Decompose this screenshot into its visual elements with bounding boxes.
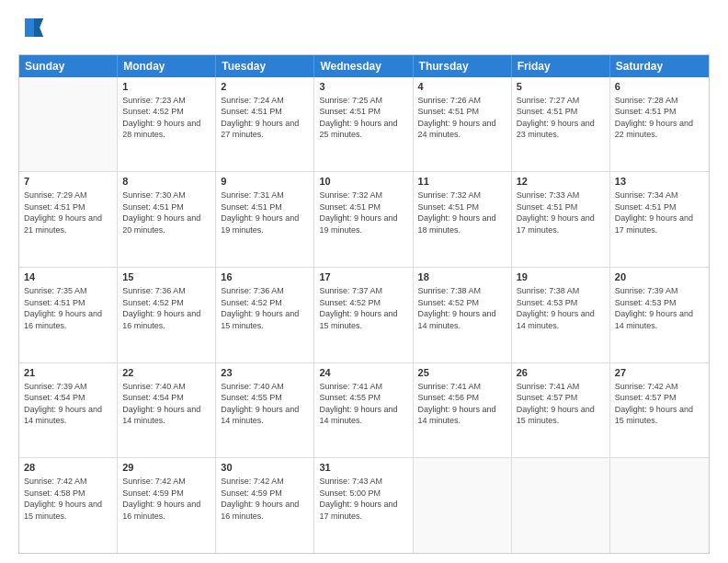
day-info: Sunrise: 7:43 AMSunset: 5:00 PMDaylight:… [319, 476, 407, 522]
day-info: Sunrise: 7:32 AMSunset: 4:51 PMDaylight:… [319, 190, 407, 236]
cal-cell: 10Sunrise: 7:32 AMSunset: 4:51 PMDayligh… [314, 172, 413, 267]
cal-cell: 24Sunrise: 7:41 AMSunset: 4:55 PMDayligh… [314, 363, 413, 458]
cal-cell: 19Sunrise: 7:38 AMSunset: 4:53 PMDayligh… [512, 268, 610, 362]
day-number: 8 [122, 175, 210, 189]
logo-flag-icon [21, 15, 47, 40]
cal-week-5: 28Sunrise: 7:42 AMSunset: 4:58 PMDayligh… [19, 457, 709, 553]
day-number: 25 [418, 366, 506, 380]
day-info: Sunrise: 7:41 AMSunset: 4:56 PMDaylight:… [418, 381, 506, 427]
day-info: Sunrise: 7:41 AMSunset: 4:57 PMDaylight:… [517, 381, 605, 427]
cal-cell: 15Sunrise: 7:36 AMSunset: 4:52 PMDayligh… [118, 268, 216, 362]
cal-cell: 8Sunrise: 7:30 AMSunset: 4:51 PMDaylight… [118, 172, 216, 267]
calendar-header-row: SundayMondayTuesdayWednesdayThursdayFrid… [19, 55, 709, 77]
cal-cell: 7Sunrise: 7:29 AMSunset: 4:51 PMDaylight… [19, 172, 118, 267]
day-info: Sunrise: 7:29 AMSunset: 4:51 PMDaylight:… [24, 190, 112, 236]
day-number: 7 [24, 175, 112, 189]
day-info: Sunrise: 7:40 AMSunset: 4:55 PMDaylight:… [221, 381, 309, 427]
cal-cell: 31Sunrise: 7:43 AMSunset: 5:00 PMDayligh… [314, 458, 413, 553]
day-info: Sunrise: 7:36 AMSunset: 4:52 PMDaylight:… [122, 285, 210, 331]
day-number: 11 [418, 175, 506, 189]
day-number: 31 [319, 461, 407, 475]
day-number: 6 [615, 80, 704, 94]
cal-cell: 14Sunrise: 7:35 AMSunset: 4:51 PMDayligh… [19, 268, 118, 362]
day-info: Sunrise: 7:37 AMSunset: 4:52 PMDaylight:… [319, 285, 407, 331]
day-info: Sunrise: 7:34 AMSunset: 4:51 PMDaylight:… [615, 190, 704, 236]
day-info: Sunrise: 7:36 AMSunset: 4:52 PMDaylight:… [221, 285, 309, 331]
svg-marker-1 [34, 18, 43, 37]
day-number: 1 [122, 80, 210, 94]
day-info: Sunrise: 7:38 AMSunset: 4:53 PMDaylight:… [517, 285, 605, 331]
day-info: Sunrise: 7:35 AMSunset: 4:51 PMDaylight:… [24, 285, 112, 331]
day-number: 24 [319, 366, 407, 380]
day-info: Sunrise: 7:39 AMSunset: 4:54 PMDaylight:… [24, 381, 112, 427]
cal-cell: 18Sunrise: 7:38 AMSunset: 4:52 PMDayligh… [414, 268, 512, 362]
day-number: 19 [517, 270, 605, 284]
page: SundayMondayTuesdayWednesdayThursdayFrid… [0, 0, 728, 563]
day-info: Sunrise: 7:31 AMSunset: 4:51 PMDaylight:… [221, 190, 309, 236]
calendar: SundayMondayTuesdayWednesdayThursdayFrid… [18, 54, 710, 554]
cal-header-tuesday: Tuesday [216, 55, 314, 77]
day-number: 22 [122, 366, 210, 380]
cal-cell: 30Sunrise: 7:42 AMSunset: 4:59 PMDayligh… [216, 458, 314, 553]
cal-week-1: 1Sunrise: 7:23 AMSunset: 4:52 PMDaylight… [19, 77, 709, 172]
day-info: Sunrise: 7:28 AMSunset: 4:51 PMDaylight:… [615, 95, 704, 141]
day-number: 17 [319, 270, 407, 284]
cal-week-3: 14Sunrise: 7:35 AMSunset: 4:51 PMDayligh… [19, 267, 709, 362]
day-number: 3 [319, 80, 407, 94]
cal-cell: 16Sunrise: 7:36 AMSunset: 4:52 PMDayligh… [216, 268, 314, 362]
day-number: 16 [221, 270, 309, 284]
cal-week-2: 7Sunrise: 7:29 AMSunset: 4:51 PMDaylight… [19, 171, 709, 267]
cal-cell: 17Sunrise: 7:37 AMSunset: 4:52 PMDayligh… [314, 268, 413, 362]
cal-cell: 26Sunrise: 7:41 AMSunset: 4:57 PMDayligh… [512, 363, 610, 458]
cal-week-4: 21Sunrise: 7:39 AMSunset: 4:54 PMDayligh… [19, 362, 709, 458]
day-info: Sunrise: 7:33 AMSunset: 4:51 PMDaylight:… [517, 190, 605, 236]
cal-header-sunday: Sunday [19, 55, 118, 77]
header [18, 15, 710, 45]
day-info: Sunrise: 7:30 AMSunset: 4:51 PMDaylight:… [122, 190, 210, 236]
day-number: 21 [24, 366, 112, 380]
cal-cell: 28Sunrise: 7:42 AMSunset: 4:58 PMDayligh… [19, 458, 118, 553]
day-info: Sunrise: 7:27 AMSunset: 4:51 PMDaylight:… [517, 95, 605, 141]
cal-cell: 2Sunrise: 7:24 AMSunset: 4:51 PMDaylight… [216, 77, 314, 172]
day-number: 23 [221, 366, 309, 380]
calendar-body: 1Sunrise: 7:23 AMSunset: 4:52 PMDaylight… [19, 77, 709, 553]
cal-cell: 3Sunrise: 7:25 AMSunset: 4:51 PMDaylight… [314, 77, 413, 172]
day-number: 18 [418, 270, 506, 284]
cal-cell: 27Sunrise: 7:42 AMSunset: 4:57 PMDayligh… [610, 363, 709, 458]
cal-cell: 29Sunrise: 7:42 AMSunset: 4:59 PMDayligh… [118, 458, 216, 553]
cal-cell: 22Sunrise: 7:40 AMSunset: 4:54 PMDayligh… [118, 363, 216, 458]
day-number: 20 [615, 270, 704, 284]
cal-cell [414, 458, 512, 553]
day-info: Sunrise: 7:39 AMSunset: 4:53 PMDaylight:… [615, 285, 704, 331]
cal-cell: 12Sunrise: 7:33 AMSunset: 4:51 PMDayligh… [512, 172, 610, 267]
day-number: 30 [221, 461, 309, 475]
day-info: Sunrise: 7:24 AMSunset: 4:51 PMDaylight:… [221, 95, 309, 141]
day-info: Sunrise: 7:42 AMSunset: 4:58 PMDaylight:… [24, 476, 112, 522]
day-info: Sunrise: 7:41 AMSunset: 4:55 PMDaylight:… [319, 381, 407, 427]
cal-cell [610, 458, 709, 553]
cal-cell: 5Sunrise: 7:27 AMSunset: 4:51 PMDaylight… [512, 77, 610, 172]
day-info: Sunrise: 7:38 AMSunset: 4:52 PMDaylight:… [418, 285, 506, 331]
day-info: Sunrise: 7:40 AMSunset: 4:54 PMDaylight:… [122, 381, 210, 427]
day-number: 4 [418, 80, 506, 94]
day-info: Sunrise: 7:25 AMSunset: 4:51 PMDaylight:… [319, 95, 407, 141]
day-number: 13 [615, 175, 704, 189]
day-info: Sunrise: 7:42 AMSunset: 4:57 PMDaylight:… [615, 381, 704, 427]
day-number: 27 [615, 366, 704, 380]
cal-cell: 6Sunrise: 7:28 AMSunset: 4:51 PMDaylight… [610, 77, 709, 172]
cal-cell: 9Sunrise: 7:31 AMSunset: 4:51 PMDaylight… [216, 172, 314, 267]
day-number: 28 [24, 461, 112, 475]
cal-cell: 13Sunrise: 7:34 AMSunset: 4:51 PMDayligh… [610, 172, 709, 267]
cal-header-wednesday: Wednesday [314, 55, 413, 77]
day-info: Sunrise: 7:32 AMSunset: 4:51 PMDaylight:… [418, 190, 506, 236]
cal-cell: 23Sunrise: 7:40 AMSunset: 4:55 PMDayligh… [216, 363, 314, 458]
cal-header-thursday: Thursday [414, 55, 512, 77]
cal-cell: 21Sunrise: 7:39 AMSunset: 4:54 PMDayligh… [19, 363, 118, 458]
cal-header-friday: Friday [512, 55, 610, 77]
day-number: 29 [122, 461, 210, 475]
day-number: 9 [221, 175, 309, 189]
day-info: Sunrise: 7:42 AMSunset: 4:59 PMDaylight:… [221, 476, 309, 522]
cal-header-saturday: Saturday [610, 55, 709, 77]
day-number: 10 [319, 175, 407, 189]
day-info: Sunrise: 7:23 AMSunset: 4:52 PMDaylight:… [122, 95, 210, 141]
